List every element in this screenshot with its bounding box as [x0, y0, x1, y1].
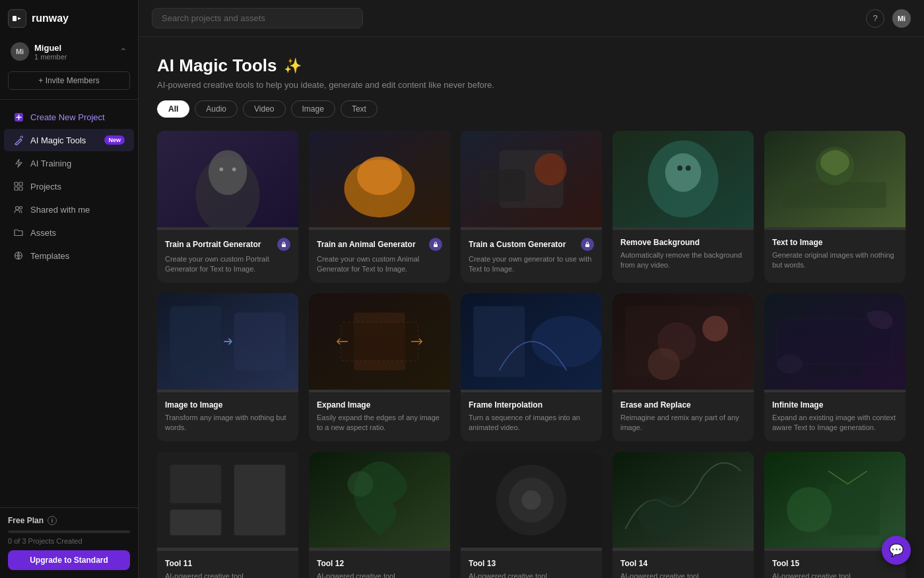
tool-card-title-row3-3: Tool 13	[469, 559, 496, 568]
tool-card-custom-generator[interactable]: Train a Custom GeneratorCreate your own …	[461, 131, 602, 283]
tool-card-desc-animal-generator: Create your own custom Animal Generator …	[317, 254, 442, 275]
svg-point-63	[638, 497, 690, 535]
tool-card-image-infinite-image	[764, 293, 906, 392]
tool-card-image-to-image[interactable]: Image to ImageTransform any image with n…	[157, 293, 298, 441]
tool-card-body-animal-generator: Train an Animal GeneratorCreate your own…	[309, 230, 450, 283]
bolt-icon	[13, 158, 24, 168]
svg-rect-14	[282, 244, 286, 248]
tool-card-desc-erase-replace: Reimagine and remix any part of any imag…	[620, 413, 746, 433]
svg-point-28	[665, 153, 701, 192]
sidebar-item-magic-tools[interactable]: AI Magic Tools New	[4, 129, 134, 151]
grid-icon	[13, 181, 24, 192]
page-title: AI Magic Tools ✨	[157, 55, 906, 76]
sidebar-item-label-training: AI Training	[30, 159, 71, 168]
tools-grid: Train a Portrait GeneratorCreate your ow…	[157, 131, 906, 578]
sidebar-item-training[interactable]: AI Training	[4, 152, 134, 174]
svg-point-61	[521, 490, 541, 509]
tool-card-body-expand-image: Expand ImageEasily expand the edges of a…	[309, 392, 450, 441]
lock-icon	[581, 238, 594, 251]
tool-card-body-frame-interpolation: Frame InterpolationTurn a sequence of im…	[461, 392, 602, 441]
filter-tab-audio[interactable]: Audio	[195, 100, 238, 118]
search-input[interactable]	[152, 8, 363, 28]
tool-card-body-row3-1: Tool 11AI-powered creative tool.	[157, 551, 298, 578]
tool-card-title-custom-generator: Train a Custom Generator	[469, 240, 566, 249]
wand-sparkle-icon: ✨	[284, 57, 302, 75]
wand-icon	[13, 135, 24, 145]
sidebar-item-shared[interactable]: Shared with me	[4, 198, 134, 221]
tool-card-image-row3-1	[157, 452, 298, 551]
tool-card-row3-2[interactable]: Tool 12AI-powered creative tool.	[309, 452, 450, 578]
tool-card-row3-1[interactable]: Tool 11AI-powered creative tool.	[157, 452, 298, 578]
tool-card-text-to-image[interactable]: Text to ImageGenerate original images wi…	[764, 131, 906, 283]
tool-card-remove-background[interactable]: Remove BackgroundAutomatically remove th…	[612, 131, 754, 283]
tool-card-image-remove-background	[612, 131, 754, 230]
globe-icon	[13, 250, 24, 261]
tool-card-desc-row3-5: AI-powered creative tool.	[772, 571, 898, 578]
svg-rect-65	[828, 484, 880, 535]
filter-tab-video[interactable]: Video	[243, 100, 285, 118]
topbar-right: ? Mi	[866, 9, 911, 28]
page-header: AI Magic Tools ✨ AI-powered creative too…	[157, 55, 906, 90]
sidebar-item-assets[interactable]: Assets	[4, 221, 134, 244]
svg-rect-55	[170, 509, 221, 535]
svg-rect-20	[434, 244, 438, 248]
svg-point-42	[531, 316, 602, 367]
tool-card-row3-4[interactable]: Tool 14AI-powered creative tool.	[612, 452, 754, 578]
upgrade-button[interactable]: Upgrade to Standard	[8, 550, 130, 570]
main-content: ? Mi AI Magic Tools ✨ AI-powered creativ…	[139, 0, 924, 578]
progress-bar-wrapper	[8, 530, 130, 533]
tool-card-infinite-image[interactable]: Infinite ImageExpand an existing image w…	[764, 293, 906, 441]
filter-tab-all[interactable]: All	[157, 100, 189, 118]
logo-icon	[8, 9, 26, 28]
tool-card-title-frame-interpolation: Frame Interpolation	[469, 400, 543, 410]
user-section[interactable]: Mi Miguel 1 member ⌃	[8, 37, 130, 66]
tool-card-body-row3-2: Tool 12AI-powered creative tool.	[309, 551, 450, 578]
tool-card-erase-replace[interactable]: Erase and ReplaceReimagine and remix any…	[612, 293, 754, 441]
svg-rect-2	[15, 182, 18, 186]
sidebar-item-label-magic-tools: AI Magic Tools	[30, 135, 86, 145]
sidebar-item-label-create: Create New Project	[30, 112, 105, 122]
sidebar-item-templates[interactable]: Templates	[4, 244, 134, 267]
tool-card-row3-3[interactable]: Tool 13AI-powered creative tool.	[461, 452, 602, 578]
svg-point-46	[702, 316, 728, 342]
tool-card-body-infinite-image: Infinite ImageExpand an existing image w…	[764, 392, 906, 441]
tool-card-title-row3-1: Tool 11	[165, 559, 192, 568]
tool-card-body-remove-background: Remove BackgroundAutomatically remove th…	[612, 230, 754, 279]
tool-card-title-remove-background: Remove Background	[620, 238, 700, 247]
filter-tabs: All Audio Video Image Text	[157, 100, 906, 118]
sidebar-item-projects[interactable]: Projects	[4, 175, 134, 198]
topbar-avatar: Mi	[892, 9, 911, 28]
tool-card-desc-custom-generator: Create your own generator to use with Te…	[469, 254, 594, 275]
topbar: ? Mi	[139, 0, 924, 37]
svg-point-6	[16, 207, 19, 210]
sidebar-item-label-templates: Templates	[30, 251, 69, 261]
tool-card-desc-image-to-image: Transform any image with nothing but wor…	[165, 413, 290, 433]
invite-members-button[interactable]: + Invite Members	[8, 71, 130, 90]
tool-card-title-row3-4: Tool 14	[620, 559, 647, 568]
lock-icon	[277, 238, 290, 251]
tool-card-desc-frame-interpolation: Turn a sequence of images into an animat…	[469, 413, 594, 433]
svg-rect-25	[585, 244, 589, 248]
tool-card-expand-image[interactable]: Expand ImageEasily expand the edges of a…	[309, 293, 450, 441]
user-role: 1 member	[34, 53, 67, 61]
svg-point-13	[232, 167, 236, 171]
tool-card-body-text-to-image: Text to ImageGenerate original images wi…	[764, 230, 906, 279]
filter-tab-text[interactable]: Text	[341, 100, 378, 118]
svg-point-30	[686, 166, 691, 171]
sidebar-item-label-shared: Shared with me	[30, 205, 90, 215]
tool-card-body-image-to-image: Image to ImageTransform any image with n…	[157, 392, 298, 441]
sidebar-item-create-project[interactable]: Create New Project	[4, 106, 134, 128]
free-plan-text: Free Plan	[8, 516, 44, 525]
tool-card-frame-interpolation[interactable]: Frame InterpolationTurn a sequence of im…	[461, 293, 602, 441]
sidebar: runway Mi Miguel 1 member ⌃ + Invite Mem…	[0, 0, 139, 578]
tool-card-image-animal-generator	[309, 131, 450, 230]
tool-card-portrait-generator[interactable]: Train a Portrait GeneratorCreate your ow…	[157, 131, 298, 283]
chat-button[interactable]: 💬	[882, 536, 911, 565]
tool-card-desc-infinite-image: Expand an existing image with context aw…	[772, 413, 898, 433]
user-name: Miguel	[34, 43, 67, 53]
tool-card-animal-generator[interactable]: Train an Animal GeneratorCreate your own…	[309, 131, 450, 283]
tool-card-desc-row3-2: AI-powered creative tool.	[317, 571, 442, 578]
help-button[interactable]: ?	[866, 9, 884, 28]
info-icon: i	[48, 516, 57, 525]
filter-tab-image[interactable]: Image	[291, 100, 335, 118]
